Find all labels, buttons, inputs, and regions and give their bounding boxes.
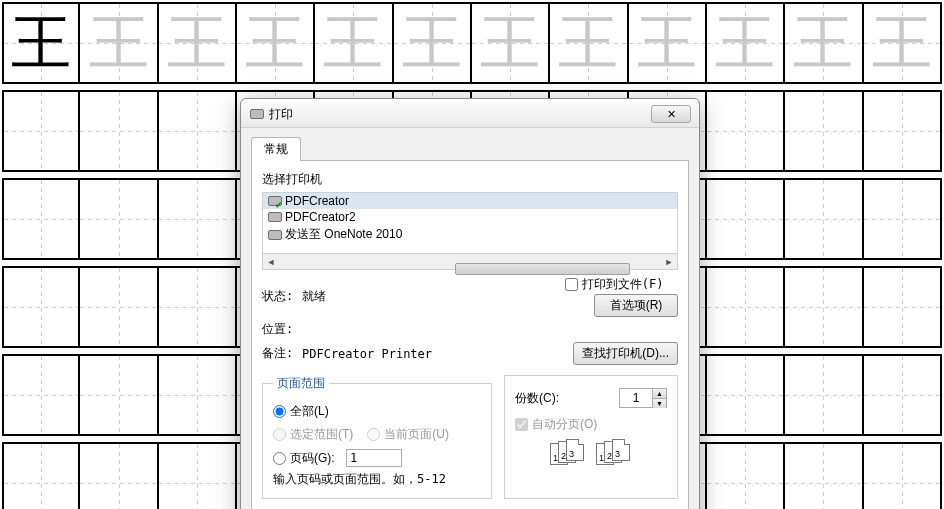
copies-input[interactable]: [620, 389, 652, 407]
copies-label: 份数(C):: [515, 390, 559, 407]
scroll-left-icon[interactable]: ◄: [263, 257, 279, 267]
find-printer-button[interactable]: 查找打印机(D)...: [573, 342, 678, 365]
printer-icon: [267, 195, 281, 207]
range-all-radio[interactable]: 全部(L): [273, 403, 481, 420]
printer-name: PDFCreator: [285, 194, 349, 208]
pages-hint: 输入页码或页面范围。如，5-12: [273, 471, 481, 488]
printer-list[interactable]: PDFCreator PDFCreator2 发送至 OneNote 2010: [262, 192, 678, 254]
scroll-thumb[interactable]: [455, 263, 631, 275]
spin-down-icon[interactable]: ▼: [652, 398, 666, 408]
tab-panel: 选择打印机 PDFCreator PDFCreator2 发送至 OneNote…: [251, 160, 689, 509]
printer-item[interactable]: PDFCreator: [263, 193, 677, 209]
preferences-button[interactable]: 首选项(R): [594, 294, 678, 317]
writing-cell: 王: [2, 4, 80, 82]
printer-item[interactable]: PDFCreator2: [263, 209, 677, 225]
select-printer-label: 选择打印机: [262, 171, 678, 188]
tabstrip: 常规: [241, 128, 699, 160]
collate-checkbox: 自动分页(O): [515, 416, 597, 433]
printer-icon: [267, 229, 281, 241]
printer-icon: [267, 211, 281, 223]
pages-input[interactable]: [346, 449, 402, 467]
range-current-radio: 当前页面(U): [367, 426, 449, 443]
printer-list-scrollbar[interactable]: ◄ ►: [262, 254, 678, 270]
titlebar[interactable]: 打印 ✕: [241, 99, 699, 128]
close-button[interactable]: ✕: [651, 105, 691, 123]
scroll-right-icon[interactable]: ►: [661, 257, 677, 267]
comment-value: PDFCreator Printer: [302, 347, 518, 361]
trace-glyph: 王: [89, 13, 149, 73]
print-to-file-checkbox[interactable]: 打印到文件(F): [565, 276, 664, 293]
spin-up-icon[interactable]: ▲: [652, 389, 666, 398]
writing-row: 王 王 王 王 王 王 王 王 王 王 王 王: [2, 2, 942, 84]
collate-illustration: 123 123: [515, 440, 667, 466]
copies-group: 份数(C): ▲▼ 自动分页(O) 123 123: [504, 375, 678, 499]
copies-spinner[interactable]: ▲▼: [619, 388, 667, 408]
printer-name: 发送至 OneNote 2010: [285, 226, 402, 243]
print-dialog: 打印 ✕ 常规 选择打印机 PDFCreator PDFCreator2 发送至…: [240, 98, 700, 509]
location-label: 位置:: [262, 321, 302, 338]
printer-item[interactable]: 发送至 OneNote 2010: [263, 225, 677, 244]
page-range-legend: 页面范围: [273, 375, 329, 392]
printer-name: PDFCreator2: [285, 210, 356, 224]
range-selection-radio: 选定范围(T): [273, 426, 353, 443]
printer-icon: [249, 108, 263, 120]
range-pages-radio[interactable]: 页码(G):: [273, 449, 481, 467]
page-range-group: 页面范围 全部(L) 选定范围(T) 当前页面(U): [262, 375, 492, 499]
dialog-title: 打印: [269, 106, 651, 123]
tab-general[interactable]: 常规: [251, 137, 301, 161]
comment-label: 备注:: [262, 345, 302, 362]
example-glyph: 王: [11, 13, 71, 73]
status-value: 就绪: [302, 288, 518, 305]
status-label: 状态:: [262, 288, 302, 305]
